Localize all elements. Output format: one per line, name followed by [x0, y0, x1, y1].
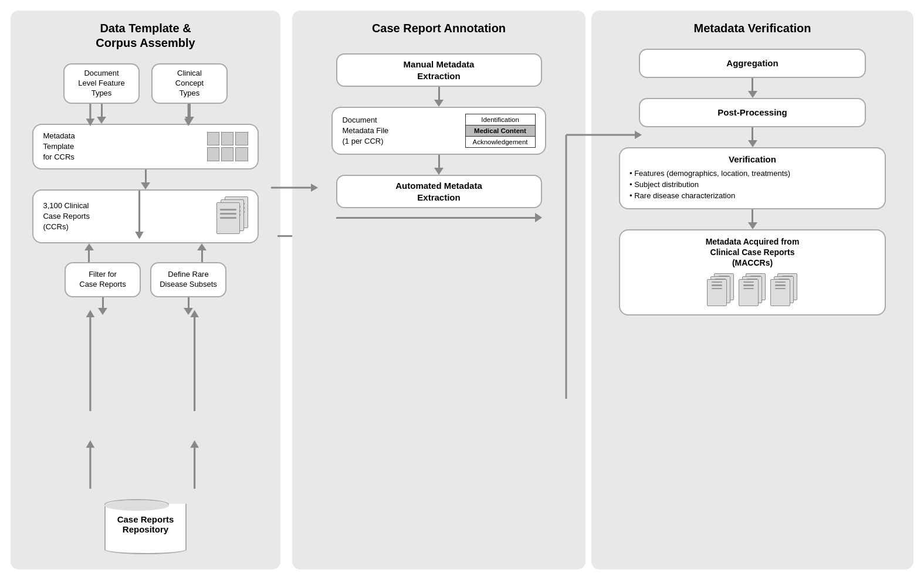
grid-cell-2 [221, 132, 233, 146]
doc-section-identification: Identification [466, 114, 535, 126]
panel1-title: Data Template & Corpus Assembly [96, 21, 195, 50]
automated-extraction-box: Automated Metadata Extraction [336, 175, 542, 208]
post-processing-box: Post-Processing [639, 98, 867, 127]
metadata-grid-icon [207, 132, 248, 161]
mini-page-s2-front [739, 279, 759, 306]
panel-metadata-verification: Metadata Verification Aggregation Post-P… [591, 11, 913, 569]
arrow-concept-to-template [185, 117, 194, 124]
automated-extraction-label: Automated Metadata Extraction [395, 180, 482, 203]
grid-cell-4 [207, 147, 219, 161]
clinical-concept-types-label: Clinical Concept Types [175, 69, 204, 99]
doc-meta-sections: Identification Medical Content Acknowled… [465, 114, 536, 148]
arrow-automated-to-p3 [535, 213, 542, 222]
grid-cell-6 [235, 147, 248, 161]
metadata-template-label: Metadata Template for CCRs [43, 131, 75, 161]
maccr-stack-1 [707, 273, 734, 308]
case-reports-repo-cylinder: Case Reports Repository [104, 499, 187, 554]
maccr-doc-stacks [707, 273, 797, 308]
maccr-title: Metadata Acquired from Clinical Case Rep… [706, 237, 800, 267]
mini-page-front [707, 279, 727, 306]
doc-level-feature-types-box: Document Level Feature Types [63, 63, 140, 104]
verification-bullet-2: • Subject distribution [629, 180, 875, 189]
arrow-rare-to-repo [184, 308, 193, 315]
arrow-manual-to-docmeta [434, 100, 444, 107]
ccr-box: 3,100 Clinical Case Reports (CCRs) [32, 189, 258, 243]
filter-case-reports-label: Filter for Case Reports [79, 270, 126, 290]
grid-cell-5 [221, 147, 233, 161]
arrow-template-to-ccr [141, 182, 150, 189]
arrow-up-rare-disease [197, 243, 207, 250]
verification-bullet-3: • Rare disease characterization [629, 191, 875, 200]
panel-case-report-annotation: Case Report Annotation Manual Metadata E… [292, 11, 585, 569]
doc-stack-icon [216, 196, 248, 236]
arrow-up-filter [84, 243, 94, 250]
aggregation-box: Aggregation [639, 49, 867, 78]
clinical-concept-types-box: Clinical Concept Types [151, 63, 228, 104]
doc-section-acknowledgement: Acknowledgement [466, 137, 535, 147]
maccr-stack-2 [739, 273, 766, 308]
doc-page-front [216, 202, 240, 234]
panel2-title: Case Report Annotation [372, 21, 506, 36]
verification-title: Verification [629, 154, 875, 164]
arrow-docmeta-to-automated [434, 168, 444, 175]
doc-level-feature-types-label: Document Level Feature Types [78, 69, 125, 99]
panel3-title: Metadata Verification [693, 21, 811, 36]
metadata-template-box: Metadata Template for CCRs [32, 124, 258, 170]
arrow-doc-to-template [97, 117, 106, 124]
ccr-label: 3,100 Clinical Case Reports (CCRs) [43, 201, 89, 231]
manual-extraction-box: Manual Metadata Extraction [336, 53, 542, 87]
grid-cell-1 [207, 132, 219, 146]
define-rare-disease-label: Define Rare Disease Subsets [160, 270, 217, 290]
maccr-box: Metadata Acquired from Clinical Case Rep… [619, 229, 886, 316]
aggregation-label: Aggregation [726, 57, 778, 69]
case-reports-repo-label: Case Reports Repository [117, 514, 174, 534]
arrow-filter-to-repo [98, 308, 107, 315]
manual-extraction-label: Manual Metadata Extraction [404, 59, 475, 82]
arrow-aggregation-to-postprocessing [748, 91, 757, 98]
filter-case-reports-box: Filter for Case Reports [65, 262, 141, 297]
doc-meta-file-label: Document Metadata File (1 per CCR) [342, 116, 388, 145]
arrow-verification-to-maccr [748, 222, 757, 229]
main-container: Data Template & Corpus Assembly [0, 0, 924, 580]
arrow-postprocessing-to-verification [748, 140, 757, 147]
doc-lines-front [220, 209, 236, 221]
cylinder-inner-top [104, 500, 169, 511]
define-rare-disease-box: Define Rare Disease Subsets [150, 262, 226, 297]
panel-data-template: Data Template & Corpus Assembly [11, 11, 280, 569]
grid-cell-3 [235, 132, 248, 146]
doc-section-medical-content: Medical Content [466, 126, 535, 137]
mini-page-s3-front [770, 279, 790, 306]
doc-meta-file-box: Document Metadata File (1 per CCR) Ident… [331, 107, 546, 155]
maccr-stack-3 [770, 273, 797, 308]
post-processing-label: Post-Processing [717, 107, 787, 118]
verification-box: Verification • Features (demographics, l… [619, 147, 886, 209]
verification-bullet-1: • Features (demographics, location, trea… [629, 169, 875, 178]
